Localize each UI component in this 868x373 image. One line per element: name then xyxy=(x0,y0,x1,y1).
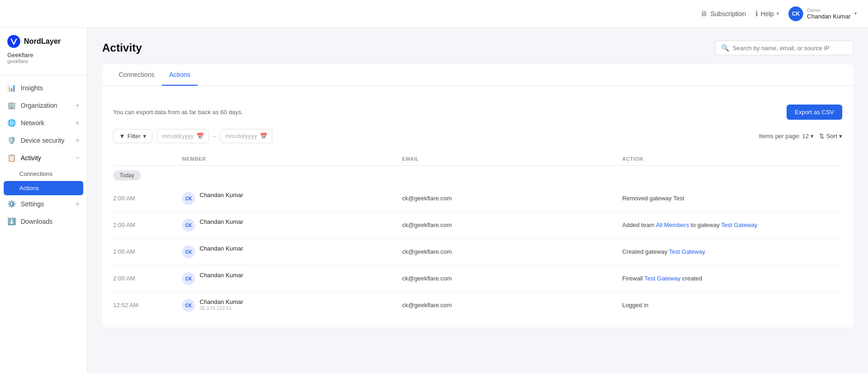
action-link-2[interactable]: Test Gateway xyxy=(721,221,758,228)
subscription-icon: 🖥 xyxy=(700,10,707,18)
action-cell: Removed gateway Test xyxy=(622,195,842,202)
sidebar-sub-activity: Connections Actions xyxy=(0,167,87,195)
filter-button[interactable]: ▼ Filter ▾ xyxy=(113,129,152,143)
owner-badge[interactable]: CK Owner Chandan Kumar ▾ xyxy=(788,6,857,21)
page-header: Activity 🔍 xyxy=(102,41,853,55)
member-cell: CK Chandan Kumar xyxy=(182,245,402,258)
items-per-page-chevron-icon: ▾ xyxy=(811,133,814,140)
time-cell: 2:00 AM xyxy=(113,221,182,228)
action-mid: created xyxy=(681,275,702,282)
table-row: 2:00 AM CK Chandan Kumar ck@geekflare.co… xyxy=(113,239,842,265)
col-action: ACTION xyxy=(622,156,842,162)
action-link-1[interactable]: Test Gateway xyxy=(644,275,681,282)
action-cell: Logged in xyxy=(622,302,842,309)
help-label: Help xyxy=(761,10,774,17)
export-csv-button[interactable]: Export as CSV xyxy=(787,105,842,120)
member-info: Chandan Kumar xyxy=(200,245,243,252)
date-to-text: mm/dd/yyyy xyxy=(225,133,257,140)
sidebar-item-label-insights: Insights xyxy=(21,84,43,92)
email-cell: ck@geekflare.com xyxy=(402,248,622,255)
sidebar-item-label-settings: Settings xyxy=(21,200,44,208)
time-cell: 2:00 AM xyxy=(113,195,182,202)
sort-label: Sort xyxy=(826,133,837,140)
owner-name: Chandan Kumar xyxy=(807,13,851,20)
search-input[interactable] xyxy=(733,45,847,52)
owner-chevron-icon: ▾ xyxy=(854,11,857,17)
network-expand-icon: + xyxy=(75,119,80,127)
filter-chevron-icon: ▾ xyxy=(143,133,146,140)
avatar: CK xyxy=(182,219,195,232)
date-group-today: Today xyxy=(113,170,842,181)
logo-text: NordLayer xyxy=(24,37,61,46)
sidebar-item-device-security[interactable]: 🛡️ Device security + xyxy=(0,132,87,149)
subscription-label: Subscription xyxy=(710,10,746,17)
member-name: Chandan Kumar xyxy=(200,245,243,252)
subscription-button[interactable]: 🖥 Subscription xyxy=(700,10,746,18)
tab-actions[interactable]: Actions xyxy=(162,64,198,86)
sidebar-item-organization[interactable]: 🏢 Organization + xyxy=(0,97,87,114)
action-cell: Firewall Test Gateway created xyxy=(622,275,842,282)
email-cell: ck@geekflare.com xyxy=(402,221,622,228)
info-bar: You can export data from as far back as … xyxy=(113,105,842,120)
action-prefix: Created gateway xyxy=(622,248,669,255)
logo-row: NordLayer xyxy=(7,35,80,48)
tabs-container: Connections Actions You can export data … xyxy=(102,64,853,327)
activity-collapse-icon: − xyxy=(75,154,80,162)
sort-button[interactable]: ⇅ Sort ▾ xyxy=(819,133,842,140)
date-to-input[interactable]: mm/dd/yyyy 📅 xyxy=(220,129,272,143)
member-cell: CK Chandan Kumar xyxy=(182,272,402,285)
filters-left: ▼ Filter ▾ mm/dd/yyyy 📅 - mm/dd/yyyy 📅 xyxy=(113,129,272,143)
sort-icon: ⇅ xyxy=(819,133,824,140)
org-name: Geekflare xyxy=(7,52,80,58)
device-security-icon: 🛡️ xyxy=(7,136,16,145)
search-icon: 🔍 xyxy=(721,44,729,52)
action-prefix: Added team xyxy=(622,221,656,228)
page-title: Activity xyxy=(102,41,142,54)
date-badge: Today xyxy=(113,170,141,181)
member-name: Chandan Kumar xyxy=(200,192,243,198)
table-header: MEMBER EMAIL ACTION xyxy=(113,152,842,166)
sidebar-item-settings[interactable]: ⚙️ Settings + xyxy=(0,195,87,213)
downloads-icon: ⬇️ xyxy=(7,217,16,226)
action-cell: Added team All Members to gateway Test G… xyxy=(622,221,842,228)
organization-icon: 🏢 xyxy=(7,101,16,110)
action-link-1[interactable]: All Members xyxy=(656,221,689,228)
date-separator: - xyxy=(213,133,215,140)
sidebar-item-label-downloads: Downloads xyxy=(21,218,52,225)
sidebar-logo: NordLayer Geekflare geekflare xyxy=(0,35,87,71)
help-button[interactable]: ℹ Help ▾ xyxy=(755,9,780,18)
sidebar: NordLayer Geekflare geekflare 📊 Insights… xyxy=(0,28,87,373)
main-content: Activity 🔍 Connections Actions You can e… xyxy=(87,28,868,373)
sidebar-item-insights[interactable]: 📊 Insights xyxy=(0,79,87,97)
tab-connections[interactable]: Connections xyxy=(111,64,162,86)
filter-label: Filter xyxy=(127,133,141,140)
member-name: Chandan Kumar xyxy=(200,272,243,279)
filter-icon: ▼ xyxy=(119,133,125,140)
action-cell: Created gateway Test Gateway xyxy=(622,248,842,255)
svg-point-0 xyxy=(7,35,20,48)
avatar: CK xyxy=(788,6,803,21)
member-info: Chandan Kumar 35.174.222.51 xyxy=(200,298,243,311)
nordlayer-logo-icon xyxy=(7,35,20,48)
col-member: MEMBER xyxy=(182,156,402,162)
avatar: CK xyxy=(182,192,195,205)
action-link-1[interactable]: Test Gateway xyxy=(669,248,705,255)
search-bar[interactable]: 🔍 xyxy=(715,41,853,55)
tabs: Connections Actions xyxy=(102,64,853,86)
action-prefix: Firewall xyxy=(622,275,644,282)
sidebar-item-connections[interactable]: Connections xyxy=(0,167,87,181)
info-text: You can export data from as far back as … xyxy=(113,109,243,116)
sidebar-item-network[interactable]: 🌐 Network + xyxy=(0,114,87,132)
sidebar-item-downloads[interactable]: ⬇️ Downloads xyxy=(0,213,87,230)
time-cell: 2:00 AM xyxy=(113,248,182,255)
member-info: Chandan Kumar xyxy=(200,192,243,198)
items-per-page[interactable]: Items per page: 12 ▾ xyxy=(759,133,814,140)
member-info: Chandan Kumar xyxy=(200,218,243,225)
sidebar-item-actions[interactable]: Actions xyxy=(4,181,83,195)
date-from-input[interactable]: mm/dd/yyyy 📅 xyxy=(157,129,209,143)
sidebar-item-activity[interactable]: 📋 Activity − xyxy=(0,149,87,167)
sidebar-item-label-device-security: Device security xyxy=(21,137,64,144)
avatar: CK xyxy=(182,272,195,285)
avatar: CK xyxy=(182,299,195,312)
member-cell: CK Chandan Kumar xyxy=(182,192,402,205)
